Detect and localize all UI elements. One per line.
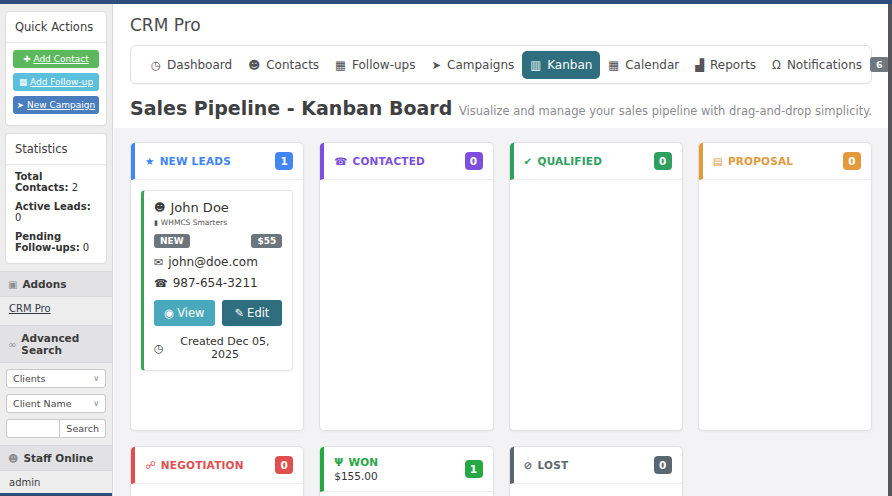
tab-campaigns[interactable]: ➤Campaigns (423, 51, 522, 79)
advanced-search-header[interactable]: ∞ Advanced Search (0, 325, 112, 363)
quick-action-label: New Campaign (27, 100, 95, 110)
edit-button-label: Edit (247, 306, 269, 320)
addons-header[interactable]: ▣ Addons (0, 271, 112, 297)
notifications-count-badge: 6 (870, 57, 888, 72)
search-field-select[interactable]: Client Name ∨ (6, 394, 106, 413)
tab-label: Contacts (266, 58, 319, 72)
main-content: CRM Pro ◷Dashboard☻Contacts▦Follow-ups➤C… (114, 4, 888, 496)
users-icon: ☻ (248, 58, 260, 72)
statistic-item: Pending Follow-ups: 0 (6, 227, 106, 257)
search-input[interactable] (6, 419, 60, 438)
clock-icon: ◷ (154, 342, 164, 355)
staff-icon: ☻ (8, 453, 18, 464)
staff-online-title: Staff Online (23, 452, 93, 464)
lead-name: John Doe (170, 200, 228, 215)
scrollbar[interactable] (888, 4, 892, 496)
column-title: ✔QUALIFIED (524, 155, 603, 167)
file-icon: ▤ (713, 155, 723, 167)
edit-button[interactable]: ✎ Edit (222, 300, 283, 326)
sidebar: Quick Actions ✚Add Contact▦Add Follow-up… (0, 4, 113, 496)
column-count-badge: 0 (465, 152, 483, 170)
tab-dashboard[interactable]: ◷Dashboard (143, 51, 240, 79)
column-count-badge: 1 (275, 152, 293, 170)
binoculars-icon: ∞ (8, 339, 16, 350)
envelope-icon: ✉ (154, 256, 163, 269)
search-button[interactable]: Search (60, 419, 106, 438)
column-title: ⊘LOST (524, 459, 569, 471)
staff-online-header[interactable]: ☻ Staff Online (0, 445, 112, 471)
column-body (320, 180, 492, 430)
statistic-item: Total Contacts: 2 (6, 167, 106, 197)
tab-reports[interactable]: ▟Reports (687, 51, 764, 79)
tab-kanban[interactable]: ▥Kanban (522, 51, 600, 79)
phone-icon: ☎ (154, 277, 168, 290)
bell-icon: Ω (772, 58, 781, 72)
column-body (699, 180, 871, 430)
column-body: ☻ John Doe ▮ WHMCS Smarters NEW $55 ✉ jo… (131, 180, 303, 430)
value-badge: $55 (251, 234, 282, 248)
search-field-value: Client Name (13, 398, 72, 409)
column-header: ☎CONTACTED0 (320, 143, 492, 180)
main-nav: ◷Dashboard☻Contacts▦Follow-ups➤Campaigns… (130, 45, 872, 84)
addons-title: Addons (22, 278, 66, 290)
column-header: ☍NEGOTIATION0 (131, 447, 303, 484)
statistic-item: Active Leads: 0 (6, 197, 106, 227)
lead-phone: 987-654-3211 (173, 276, 258, 290)
kanban-column-proposal: ▤PROPOSAL0 (698, 142, 872, 431)
tab-label: Kanban (547, 58, 592, 72)
tab-label: Follow-ups (352, 58, 415, 72)
addon-icon: ▣ (8, 279, 17, 290)
trophy-icon: Ψ (334, 456, 343, 468)
quick-action-label: Add Contact (33, 54, 88, 64)
column-body (131, 484, 303, 496)
kanban-icon: ▥ (530, 58, 541, 72)
view-button[interactable]: ◉ View (154, 300, 215, 326)
add-contact-button[interactable]: ✚Add Contact (13, 50, 99, 68)
column-body (510, 180, 682, 430)
tab-label: Calendar (625, 58, 679, 72)
person-icon: ☻ (154, 201, 165, 214)
tab-contacts[interactable]: ☻Contacts (240, 51, 327, 79)
tab-follow-ups[interactable]: ▦Follow-ups (327, 51, 423, 79)
chevron-down-icon: ∨ (93, 374, 99, 383)
tab-label: Notifications (787, 58, 862, 72)
tab-notifications[interactable]: ΩNotifications6 (764, 50, 888, 79)
new-campaign-button[interactable]: ➤New Campaign (13, 96, 99, 114)
kanban-column-lost: ⊘LOST0 (509, 446, 683, 496)
lead-company: WHMCS Smarters (161, 218, 227, 227)
kanban-column-negotiation: ☍NEGOTIATION0 (130, 446, 304, 496)
edit-icon: ✎ (234, 306, 244, 320)
quick-actions-title: Quick Actions (6, 12, 106, 43)
calendar-icon: ▦ (19, 77, 27, 87)
statistics-panel: Statistics Total Contacts: 2Active Leads… (5, 133, 107, 264)
column-header: ▤PROPOSAL0 (699, 143, 871, 180)
search-category-select[interactable]: Clients ∨ (6, 369, 106, 388)
dashboard-icon: ◷ (151, 58, 161, 72)
column-header: ⊘LOST0 (510, 447, 682, 484)
add-follow-up-button[interactable]: ▦Add Follow-up (13, 73, 99, 91)
column-header: ΨWON$155.001 (320, 447, 492, 492)
addon-link-crm-pro[interactable]: CRM Pro (0, 297, 112, 318)
page-subtitle: Visualize and manage your sales pipeline… (459, 104, 872, 118)
top-window-bar (0, 0, 892, 4)
lead-card[interactable]: ☻ John Doe ▮ WHMCS Smarters NEW $55 ✉ jo… (141, 190, 293, 371)
status-badge: NEW (154, 234, 190, 248)
column-body (510, 484, 682, 496)
check-icon: ✔ (524, 155, 533, 167)
calendar-icon: ▦ (608, 58, 619, 72)
column-body (320, 492, 492, 496)
calendar-icon: ▦ (335, 58, 346, 72)
quick-action-label: Add Follow-up (30, 77, 93, 87)
column-count-badge: 0 (843, 152, 861, 170)
page-title: Sales Pipeline - Kanban Board (130, 97, 452, 119)
megaphone-icon: ➤ (17, 100, 24, 110)
tab-calendar[interactable]: ▦Calendar (600, 51, 687, 79)
column-title: ΨWON (334, 456, 378, 468)
handshake-icon: ☍ (145, 459, 156, 471)
lead-email: john@doe.com (168, 255, 258, 269)
column-title: ★NEW LEADS (145, 155, 231, 167)
star-icon: ★ (145, 155, 155, 167)
kanban-column-contacted: ☎CONTACTED0 (319, 142, 493, 431)
tab-label: Dashboard (167, 58, 232, 72)
ban-icon: ⊘ (524, 459, 533, 471)
